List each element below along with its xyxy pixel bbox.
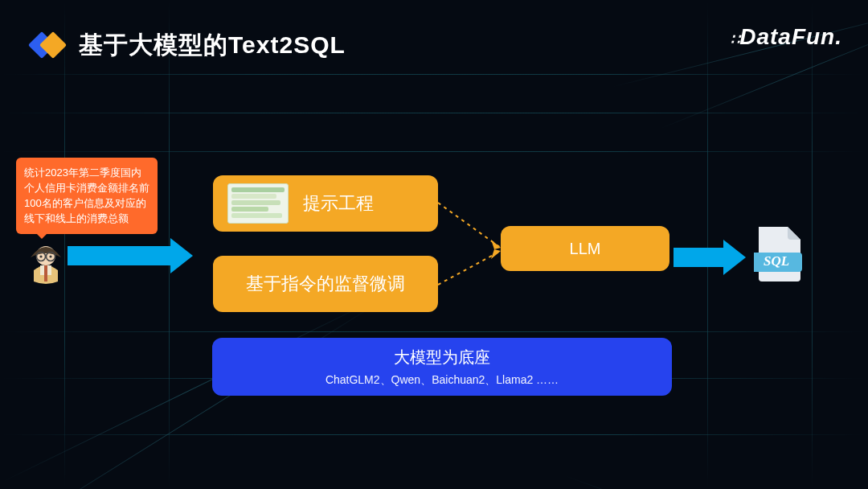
- svg-point-5: [49, 255, 51, 257]
- sql-file-label: SQL: [764, 253, 789, 269]
- user-avatar-icon: [24, 241, 68, 288]
- box-llm: LLM: [501, 226, 669, 271]
- box-prompt-engineering: 提示工程: [213, 175, 438, 232]
- brand-name: DataFun.: [739, 24, 842, 49]
- slide-header: 基于大模型的Text2SQL: [29, 27, 346, 63]
- llm-label: LLM: [570, 240, 601, 258]
- arrow-input-icon: [68, 238, 193, 273]
- user-query-text: 统计2023年第二季度国内个人信用卡消费金额排名前100名的客户信息及对应的线下…: [24, 166, 149, 224]
- svg-line-10: [438, 251, 501, 285]
- svg-marker-11: [491, 249, 501, 259]
- prompt-engineering-label: 提示工程: [303, 191, 374, 216]
- supervised-finetune-label: 基于指令的监督微调: [246, 272, 405, 296]
- svg-line-8: [438, 203, 501, 248]
- title-bullet-icon: [29, 27, 64, 63]
- brand-dots-icon: ∷: [731, 31, 738, 47]
- svg-point-4: [39, 255, 42, 257]
- foundation-title: 大模型为底座: [394, 347, 490, 368]
- sql-file-icon: SQL: [754, 225, 805, 286]
- foundation-subtitle: ChatGLM2、Qwen、Baichuan2、Llama2 ……: [326, 373, 559, 388]
- svg-marker-9: [491, 240, 501, 249]
- arrow-output-icon: [674, 240, 746, 275]
- box-foundation-models: 大模型为底座 ChatGLM2、Qwen、Baichuan2、Llama2 ……: [212, 338, 672, 396]
- brand-logo: ∷DataFun.: [731, 24, 842, 50]
- user-query-speech-bubble: 统计2023年第二季度国内个人信用卡消费金额排名前100名的客户信息及对应的线下…: [16, 158, 158, 234]
- box-supervised-finetune: 基于指令的监督微调: [213, 256, 438, 312]
- slide-title: 基于大模型的Text2SQL: [79, 29, 346, 62]
- svg-rect-7: [44, 265, 47, 281]
- prompt-diagram-thumb-icon: [227, 183, 289, 224]
